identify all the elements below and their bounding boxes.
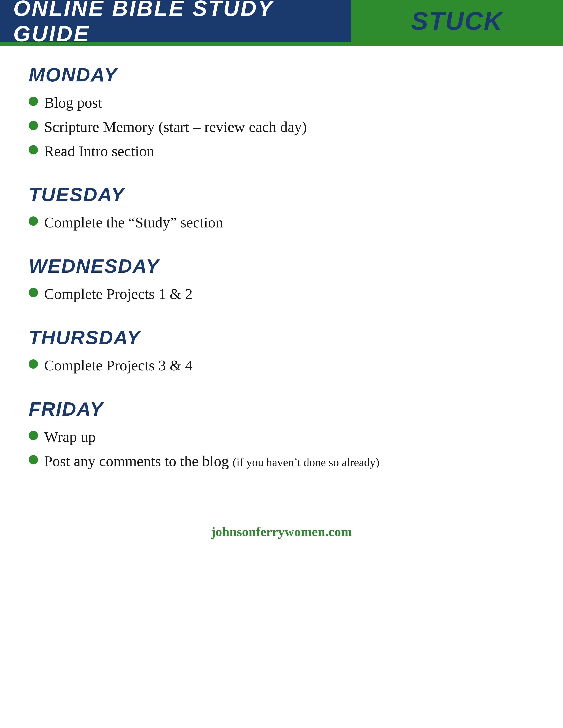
- footer-website: johnsonferrywomen.com: [211, 524, 352, 539]
- thursday-heading: Thursday: [29, 326, 537, 349]
- thursday-section: Thursday Complete Projects 3 & 4: [29, 326, 537, 376]
- tuesday-heading: Tuesday: [29, 183, 537, 206]
- bullet-text: Wrap up: [44, 427, 96, 447]
- monday-heading: Monday: [29, 64, 537, 86]
- bullet-text: Complete the “Study” section: [44, 212, 223, 233]
- bullet-dot: [29, 431, 38, 440]
- header-right: STUCK: [351, 0, 563, 42]
- thursday-list: Complete Projects 3 & 4: [29, 355, 537, 376]
- header: Online Bible Study Guide STUCK: [0, 0, 563, 42]
- bullet-dot: [29, 359, 38, 369]
- list-item: Complete Projects 1 & 2: [29, 284, 537, 304]
- monday-section: Monday Blog post Scripture Memory (start…: [29, 64, 537, 161]
- friday-heading: Friday: [29, 398, 537, 420]
- bullet-dot: [29, 455, 38, 464]
- bullet-dot: [29, 145, 38, 154]
- wednesday-heading: Wednesday: [29, 255, 537, 277]
- wednesday-list: Complete Projects 1 & 2: [29, 284, 537, 304]
- friday-list: Wrap up Post any comments to the blog (i…: [29, 427, 537, 471]
- bullet-dot: [29, 288, 38, 297]
- header-title: Online Bible Study Guide: [13, 0, 338, 46]
- bullet-text: Post any comments to the blog (if you ha…: [44, 451, 379, 471]
- bullet-dot: [29, 97, 38, 106]
- bullet-text: Complete Projects 1 & 2: [44, 284, 192, 304]
- bullet-text: Blog post: [44, 93, 102, 113]
- stuck-label: STUCK: [411, 6, 503, 36]
- bullet-dot: [29, 216, 38, 226]
- header-left: Online Bible Study Guide: [0, 0, 351, 42]
- monday-list: Blog post Scripture Memory (start – revi…: [29, 93, 537, 161]
- footer: johnsonferrywomen.com: [0, 511, 563, 557]
- list-item: Wrap up: [29, 427, 537, 447]
- content: Monday Blog post Scripture Memory (start…: [0, 46, 563, 511]
- small-text: (if you haven’t done so already): [233, 456, 380, 469]
- list-item: Blog post: [29, 93, 537, 113]
- bullet-dot: [29, 121, 38, 130]
- list-item: Complete Projects 3 & 4: [29, 355, 537, 376]
- list-item: Complete the “Study” section: [29, 212, 537, 233]
- tuesday-list: Complete the “Study” section: [29, 212, 537, 233]
- list-item: Scripture Memory (start – review each da…: [29, 117, 537, 137]
- bullet-text: Complete Projects 3 & 4: [44, 355, 192, 376]
- wednesday-section: Wednesday Complete Projects 1 & 2: [29, 255, 537, 304]
- tuesday-section: Tuesday Complete the “Study” section: [29, 183, 537, 233]
- bullet-text: Read Intro section: [44, 141, 154, 161]
- friday-section: Friday Wrap up Post any comments to the …: [29, 398, 537, 471]
- bullet-text: Scripture Memory (start – review each da…: [44, 117, 307, 137]
- list-item: Post any comments to the blog (if you ha…: [29, 451, 537, 471]
- list-item: Read Intro section: [29, 141, 537, 161]
